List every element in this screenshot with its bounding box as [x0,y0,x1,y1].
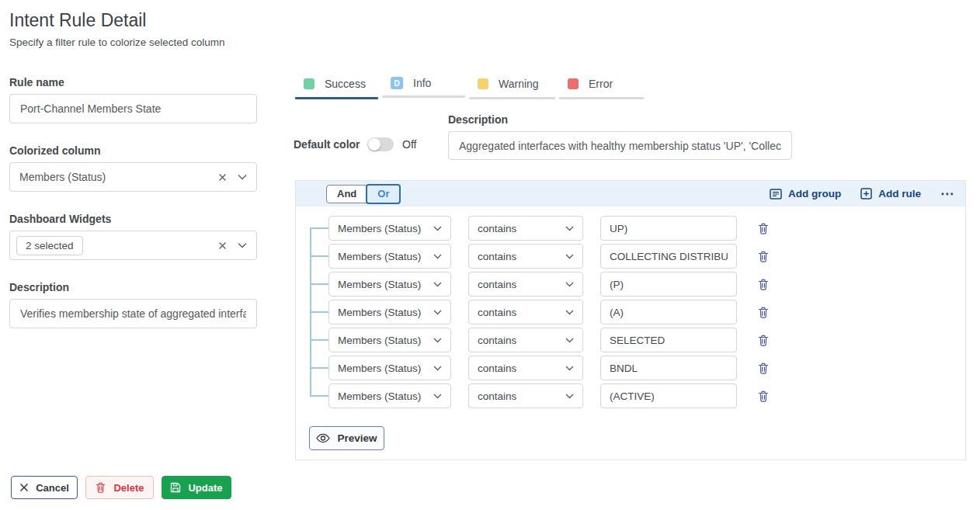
toggle-state-text: Off [402,138,416,151]
value-input[interactable] [600,328,737,352]
trash-icon [95,481,106,494]
value-input[interactable] [600,300,737,324]
success-color-swatch [304,78,315,89]
tab-description-label: Description [448,113,508,126]
tab-success[interactable]: Success [295,76,378,99]
field-select[interactable]: Members (Status) [328,272,451,297]
colorized-column-label: Colorized column [9,144,100,157]
chevron-down-icon[interactable] [238,242,247,248]
plus-square-icon [860,188,872,199]
eye-icon [316,433,330,443]
rule-row: Members (Status) contains [328,356,770,380]
field-select[interactable]: Members (Status) [328,244,451,269]
chevron-down-icon [565,282,574,287]
selected-count-chip: 2 selected [16,236,83,255]
default-color-label: Default color [294,138,360,151]
chevron-down-icon [565,394,574,399]
operator-select[interactable]: contains [468,300,583,324]
chevron-down-icon[interactable] [238,174,247,180]
tab-info[interactable]: D Info [382,76,465,99]
operator-select[interactable]: contains [468,356,583,380]
clear-icon[interactable] [218,241,227,250]
tab-description-input[interactable] [448,131,792,160]
more-actions-icon[interactable]: ⋯ [940,190,954,198]
rule-name-label: Rule name [9,76,64,88]
colorized-column-select[interactable]: Members (Status) [9,162,257,192]
operator-select[interactable]: contains [468,328,583,352]
operator-select[interactable]: contains [468,244,583,269]
severity-tabs: Success D Info Warning Error [295,76,644,99]
delete-rule-icon[interactable] [757,390,770,403]
field-select[interactable]: Members (Status) [328,356,451,380]
tab-error[interactable]: Error [559,76,644,99]
chevron-down-icon [565,254,574,259]
field-select[interactable]: Members (Status) [328,328,451,352]
error-color-swatch [568,78,579,89]
rule-builder-panel: And Or Add group Add rule ⋯ [295,180,966,460]
page-title: Intent Rule Detail [9,10,146,31]
chevron-down-icon [433,394,442,399]
rule-row: Members (Status) contains [328,216,770,241]
delete-rule-icon[interactable] [757,250,770,263]
operator-select[interactable]: contains [468,383,583,408]
delete-rule-icon[interactable] [757,334,770,347]
delete-rule-icon[interactable] [757,362,770,375]
toggle-knob [368,138,381,151]
value-input[interactable] [600,356,737,380]
field-select[interactable]: Members (Status) [328,216,451,241]
chevron-down-icon [433,254,442,259]
field-select[interactable]: Members (Status) [328,383,451,408]
operator-select[interactable]: contains [468,216,583,241]
value-input[interactable] [600,383,737,408]
logic-and-button[interactable]: And [326,185,367,203]
logic-segmented-control: And Or [326,184,401,204]
delete-rule-icon[interactable] [757,278,770,291]
info-default-badge: D [391,77,403,89]
active-tab-indicator [295,97,378,99]
rule-row: Members (Status) contains [328,244,770,269]
delete-rule-icon[interactable] [757,306,770,319]
colorized-column-value: Members (Status) [19,171,218,183]
dashboard-widgets-label: Dashboard Widgets [9,213,111,225]
chevron-down-icon [565,226,574,231]
save-icon [170,482,181,493]
value-input[interactable] [600,244,737,269]
clear-icon[interactable] [218,173,227,182]
operator-select[interactable]: contains [468,272,583,297]
group-list-icon [770,189,782,199]
delete-rule-icon[interactable] [757,222,770,235]
rule-row: Members (Status) contains [328,328,770,352]
tab-warning[interactable]: Warning [469,76,555,99]
chevron-down-icon [433,226,442,231]
rule-row: Members (Status) contains [328,272,770,297]
chevron-down-icon [565,366,574,371]
rule-builder-header: And Or Add group Add rule ⋯ [296,181,965,206]
rule-name-input[interactable] [9,94,257,123]
add-rule-button[interactable]: Add rule [860,188,921,199]
value-input[interactable] [600,216,737,241]
delete-button[interactable]: Delete [85,476,154,499]
page-subtitle: Specify a filter rule to colorize select… [9,36,225,48]
close-icon [19,483,29,492]
field-select[interactable]: Members (Status) [328,300,451,324]
chevron-down-icon [565,338,574,343]
cancel-button[interactable]: Cancel [11,476,78,499]
rule-row: Members (Status) contains [328,300,770,324]
update-button[interactable]: Update [162,476,231,499]
chevron-down-icon [565,310,574,315]
warning-color-swatch [478,78,488,89]
description-label: Description [9,281,69,293]
dashboard-widgets-select[interactable]: 2 selected [9,231,257,260]
intent-rule-detail-page: Intent Rule Detail Specify a filter rule… [0,0,980,510]
chevron-down-icon [433,366,442,371]
chevron-down-icon [433,282,442,287]
chevron-down-icon [433,310,442,315]
logic-or-button[interactable]: Or [366,184,401,204]
description-input[interactable] [9,299,257,328]
value-input[interactable] [600,272,737,297]
add-group-button[interactable]: Add group [770,188,841,199]
chevron-down-icon [433,338,442,343]
preview-button[interactable]: Preview [309,426,384,450]
rule-row: Members (Status) contains [328,383,770,408]
default-color-toggle[interactable] [367,137,394,151]
